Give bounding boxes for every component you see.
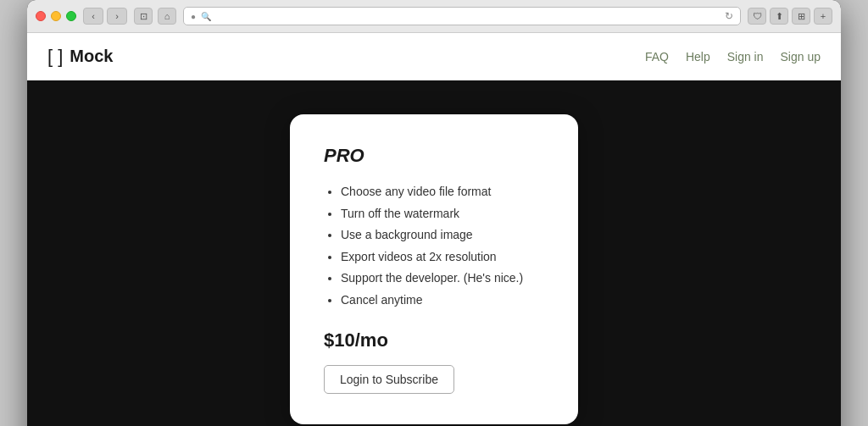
home-icon[interactable]: ⌂ bbox=[158, 8, 176, 25]
nav-buttons: ‹ › bbox=[83, 8, 127, 25]
tab-icon[interactable]: ⊡ bbox=[134, 8, 153, 25]
extension-icon[interactable]: ⊞ bbox=[792, 8, 810, 25]
site-navbar: [ ] Mock FAQ Help Sign in Sign up bbox=[27, 33, 841, 80]
chrome-icons-left: ⊡ ⌂ bbox=[134, 8, 176, 25]
close-button[interactable] bbox=[36, 11, 46, 21]
back-button[interactable]: ‹ bbox=[83, 8, 103, 25]
feature-item: Cancel anytime bbox=[341, 292, 544, 309]
site-nav-links: FAQ Help Sign in Sign up bbox=[645, 50, 821, 64]
logo-bracket-icon: [ ] bbox=[47, 46, 63, 68]
feature-item: Choose any video file format bbox=[341, 184, 544, 201]
help-link[interactable]: Help bbox=[686, 50, 710, 64]
share-icon[interactable]: ⬆ bbox=[770, 8, 788, 25]
signup-link[interactable]: Sign up bbox=[781, 50, 821, 64]
pricing-card: PRO Choose any video file formatTurn off… bbox=[290, 114, 578, 424]
faq-link[interactable]: FAQ bbox=[645, 50, 669, 64]
feature-item: Turn off the watermark bbox=[341, 206, 544, 223]
search-icon: 🔍 bbox=[201, 12, 211, 21]
security-icon: ● bbox=[191, 12, 196, 21]
plan-name: PRO bbox=[324, 145, 544, 167]
refresh-icon[interactable]: ↻ bbox=[725, 10, 733, 22]
pricing-price: $10/mo bbox=[324, 329, 544, 351]
logo-name: Mock bbox=[70, 47, 113, 66]
browser-chrome: ‹ › ⊡ ⌂ ● 🔍 ↻ 🛡 ⬆ ⊞ + bbox=[27, 0, 841, 33]
maximize-button[interactable] bbox=[66, 11, 76, 21]
browser-window: ‹ › ⊡ ⌂ ● 🔍 ↻ 🛡 ⬆ ⊞ + [ ] Mock FAQ Help … bbox=[27, 0, 841, 426]
login-to-subscribe-button[interactable]: Login to Subscribe bbox=[324, 365, 454, 394]
forward-button[interactable]: › bbox=[107, 8, 127, 25]
minimize-button[interactable] bbox=[51, 11, 61, 21]
traffic-lights bbox=[36, 11, 76, 21]
add-tab-icon[interactable]: + bbox=[814, 8, 832, 25]
shield-icon[interactable]: 🛡 bbox=[748, 8, 766, 25]
feature-item: Use a background image bbox=[341, 227, 544, 244]
feature-item: Export videos at 2x resolution bbox=[341, 249, 544, 266]
feature-item: Support the developer. (He's nice.) bbox=[341, 270, 544, 287]
site-main: PRO Choose any video file formatTurn off… bbox=[27, 80, 841, 426]
signin-link[interactable]: Sign in bbox=[727, 50, 764, 64]
site-logo: [ ] Mock bbox=[47, 46, 113, 68]
address-bar[interactable]: ● 🔍 ↻ bbox=[183, 7, 741, 25]
chrome-icons-right: 🛡 ⬆ ⊞ + bbox=[748, 8, 832, 25]
pricing-features: Choose any video file formatTurn off the… bbox=[324, 184, 544, 309]
